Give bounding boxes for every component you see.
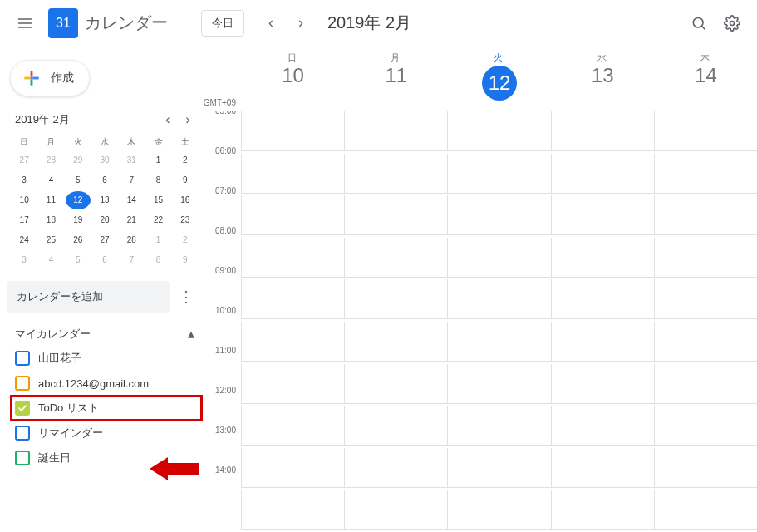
grid-cell[interactable] [447, 448, 550, 488]
prev-period-button[interactable]: ‹ [258, 10, 284, 37]
grid-cell[interactable] [241, 195, 344, 235]
grid-cell[interactable] [241, 448, 344, 488]
mini-cal-day[interactable]: 24 [12, 231, 37, 249]
mini-cal-day[interactable]: 4 [38, 251, 63, 269]
mini-cal-day[interactable]: 21 [119, 211, 144, 229]
mini-cal-day[interactable]: 1 [145, 231, 170, 249]
today-button[interactable]: 今日 [201, 10, 244, 37]
calendar-checkbox[interactable] [15, 401, 30, 416]
next-period-button[interactable]: › [288, 10, 314, 37]
grid-cell[interactable] [447, 322, 550, 362]
calendar-checkbox[interactable] [15, 426, 30, 441]
grid-cell[interactable] [344, 406, 447, 446]
mini-cal-day[interactable]: 3 [12, 251, 37, 269]
grid-cell[interactable] [654, 490, 757, 530]
grid-cell[interactable] [654, 448, 757, 488]
grid-cell[interactable] [241, 406, 344, 446]
grid-cell[interactable] [241, 238, 344, 278]
mini-cal-day[interactable]: 5 [66, 251, 91, 269]
mini-cal-day[interactable]: 14 [119, 191, 144, 209]
grid-cell[interactable] [551, 195, 654, 235]
mini-cal-day[interactable]: 18 [38, 211, 63, 229]
grid-cell[interactable] [241, 490, 344, 530]
mini-cal-day[interactable]: 8 [145, 171, 170, 190]
day-column-header[interactable]: 火12 [447, 47, 550, 111]
mini-cal-day[interactable]: 4 [38, 171, 63, 190]
grid-cell[interactable] [344, 364, 447, 404]
grid-cell[interactable] [241, 111, 344, 151]
grid-cell[interactable] [551, 238, 654, 278]
mini-cal-day[interactable]: 19 [66, 211, 91, 229]
mini-cal-day[interactable]: 6 [92, 171, 117, 190]
grid-cell[interactable] [344, 238, 447, 278]
mini-cal-prev-button[interactable]: ‹ [158, 110, 178, 130]
grid-cell[interactable] [654, 364, 757, 404]
grid-cell[interactable] [654, 154, 757, 194]
day-column-header[interactable]: 水13 [551, 47, 654, 111]
grid-cell[interactable] [447, 111, 550, 151]
grid-cell[interactable] [344, 490, 447, 530]
grid-cell[interactable] [344, 322, 447, 362]
mini-cal-day[interactable]: 31 [119, 151, 144, 170]
calendar-checkbox[interactable] [15, 451, 30, 466]
calendar-list-item[interactable]: 誕生日 [12, 446, 201, 470]
mini-cal-day[interactable]: 22 [145, 211, 170, 229]
mini-cal-day[interactable]: 13 [92, 191, 117, 209]
grid-cell[interactable] [344, 279, 447, 319]
grid-cell[interactable] [551, 279, 654, 319]
grid-cell[interactable] [241, 279, 344, 319]
grid-cell[interactable] [241, 154, 344, 194]
grid-cell[interactable] [654, 406, 757, 446]
grid-cell[interactable] [654, 322, 757, 362]
add-calendar-button[interactable]: カレンダーを追加 [7, 281, 170, 313]
grid-cell[interactable] [551, 322, 654, 362]
grid-cell[interactable] [551, 111, 654, 151]
grid-cell[interactable] [344, 154, 447, 194]
search-icon[interactable] [682, 7, 715, 40]
grid-cell[interactable] [447, 364, 550, 404]
mini-cal-day[interactable]: 12 [66, 191, 91, 209]
grid-cell[interactable] [344, 195, 447, 235]
grid-cell[interactable] [344, 111, 447, 151]
mini-cal-day[interactable]: 25 [38, 231, 63, 249]
mini-cal-day[interactable]: 15 [145, 191, 170, 209]
grid-cell[interactable] [654, 111, 757, 151]
calendar-list-item[interactable]: ToDo リスト [12, 397, 201, 420]
my-calendars-toggle[interactable]: マイカレンダー ▴ [7, 318, 203, 347]
mini-cal-day[interactable]: 20 [92, 211, 117, 229]
grid-cell[interactable] [654, 238, 757, 278]
mini-cal-day[interactable]: 3 [12, 171, 37, 190]
grid-cell[interactable] [447, 279, 550, 319]
grid-cell[interactable] [551, 490, 654, 530]
mini-cal-day[interactable]: 7 [119, 171, 144, 190]
mini-cal-day[interactable]: 27 [12, 151, 37, 170]
calendar-list-item[interactable]: abcd.1234@gmail.com [12, 372, 201, 395]
mini-cal-day[interactable]: 29 [66, 151, 91, 170]
mini-cal-day[interactable]: 11 [38, 191, 63, 209]
mini-cal-day[interactable]: 2 [173, 151, 198, 170]
grid-cell[interactable] [654, 279, 757, 319]
mini-cal-day[interactable]: 7 [119, 251, 144, 269]
mini-cal-day[interactable]: 28 [38, 151, 63, 170]
mini-calendar[interactable]: 日月火水木金土272829303112345678910111213141516… [7, 135, 203, 276]
grid-cell[interactable] [447, 154, 550, 194]
grid-cell[interactable] [447, 406, 550, 446]
grid-cell[interactable] [551, 448, 654, 488]
mini-cal-day[interactable]: 8 [145, 251, 170, 269]
calendar-list-item[interactable]: リマインダー [12, 421, 201, 445]
mini-cal-day[interactable]: 6 [92, 251, 117, 269]
mini-cal-next-button[interactable]: › [178, 110, 198, 130]
overflow-menu-icon[interactable]: ⋮ [175, 285, 198, 308]
mini-cal-day[interactable]: 10 [12, 191, 37, 209]
mini-cal-day[interactable]: 23 [173, 211, 198, 229]
settings-gear-icon[interactable] [715, 7, 749, 40]
mini-cal-day[interactable]: 1 [145, 151, 170, 170]
calendar-checkbox[interactable] [15, 376, 30, 391]
calendar-checkbox[interactable] [15, 351, 30, 366]
grid-cell[interactable] [447, 195, 550, 235]
hamburger-icon[interactable] [8, 7, 42, 40]
day-column-header[interactable]: 月11 [344, 47, 447, 111]
grid-cell[interactable] [344, 448, 447, 488]
mini-cal-day[interactable]: 5 [66, 171, 91, 190]
calendar-list-item[interactable]: 山田花子 [12, 347, 201, 370]
